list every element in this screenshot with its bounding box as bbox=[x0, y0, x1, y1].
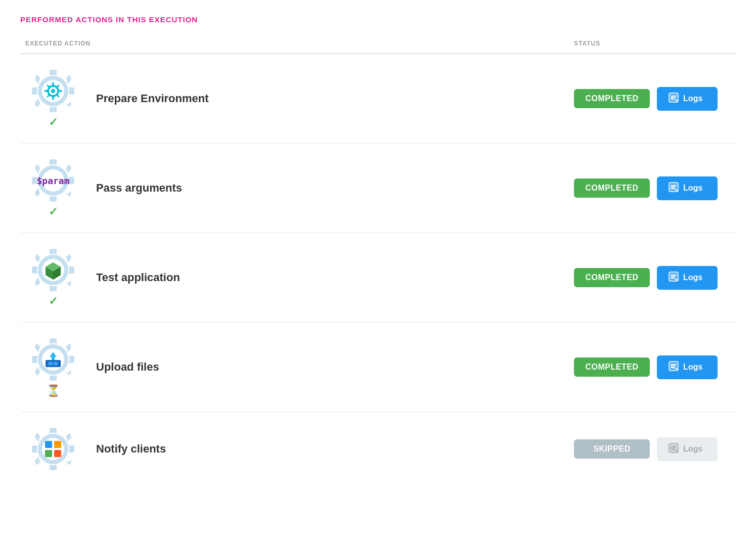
status-col-prepare-environment: COMPLETED Logs bbox=[574, 87, 736, 111]
svg-point-4 bbox=[51, 89, 55, 93]
action-row-test-application: ✓ Test application COMPLETED Logs bbox=[20, 233, 736, 323]
logs-button-prepare-environment[interactable]: Logs bbox=[657, 87, 718, 111]
gear-icon-upload-files bbox=[30, 337, 76, 382]
status-badge-pass-arguments: COMPLETED bbox=[574, 178, 650, 198]
logs-icon-upload-files bbox=[668, 361, 679, 374]
status-col-upload-files: COMPLETED Logs bbox=[574, 355, 736, 379]
logs-button-test-application[interactable]: Logs bbox=[657, 266, 718, 290]
action-icon-col: ✓ bbox=[20, 247, 86, 308]
logs-label-upload-files: Logs bbox=[683, 363, 702, 372]
logs-button-upload-files[interactable]: Logs bbox=[657, 355, 718, 379]
action-name-prepare-environment: Prepare Environment bbox=[86, 92, 574, 105]
action-name-test-application: Test application bbox=[86, 271, 574, 284]
action-row-upload-files: ⏳ Upload files COMPLETED Logs bbox=[20, 323, 736, 412]
action-icon-col: ✓ bbox=[20, 68, 86, 129]
checkmark-icon: ✓ bbox=[49, 205, 58, 218]
logs-icon-notify-clients bbox=[668, 442, 679, 456]
status-badge-prepare-environment: COMPLETED bbox=[574, 89, 650, 108]
column-header-status: STATUS bbox=[574, 40, 736, 47]
inner-icon-prepare-environment bbox=[38, 76, 68, 106]
svg-marker-24 bbox=[50, 352, 57, 360]
logs-label-prepare-environment: Logs bbox=[683, 94, 702, 103]
logs-button-pass-arguments[interactable]: Logs bbox=[657, 176, 718, 200]
action-name-pass-arguments: Pass arguments bbox=[86, 182, 574, 195]
status-col-test-application: COMPLETED Logs bbox=[574, 266, 736, 290]
svg-rect-31 bbox=[45, 450, 52, 457]
inner-icon-upload-files bbox=[38, 344, 68, 375]
checkmark-icon: ✓ bbox=[49, 295, 58, 308]
inner-icon-pass-arguments: $param bbox=[38, 165, 68, 196]
action-icon-col: ⏳ bbox=[20, 337, 86, 397]
actions-list: ✓ Prepare Environment COMPLETED Logs bbox=[20, 54, 736, 486]
svg-rect-30 bbox=[54, 441, 61, 448]
action-icon-col bbox=[20, 426, 86, 472]
status-badge-test-application: COMPLETED bbox=[574, 268, 650, 287]
inner-icon-notify-clients bbox=[38, 434, 68, 464]
inner-icon-test-application bbox=[38, 255, 68, 285]
action-name-upload-files: Upload files bbox=[86, 361, 574, 374]
svg-rect-32 bbox=[54, 450, 61, 457]
svg-rect-29 bbox=[45, 441, 52, 448]
hourglass-icon: ⏳ bbox=[47, 384, 60, 397]
gear-icon-pass-arguments: $param bbox=[30, 158, 76, 203]
logs-icon-pass-arguments bbox=[668, 182, 679, 195]
action-icon-col: $param ✓ bbox=[20, 158, 86, 218]
action-row-pass-arguments: $param ✓ Pass arguments COMPLETED Logs bbox=[20, 144, 736, 233]
status-col-notify-clients: SKIPPED Logs bbox=[574, 437, 736, 461]
logs-label-test-application: Logs bbox=[683, 273, 702, 282]
section-title: PERFORMED ACTIONS IN THIS EXECUTION bbox=[20, 15, 736, 24]
svg-rect-22 bbox=[49, 362, 53, 365]
action-row-prepare-environment: ✓ Prepare Environment COMPLETED Logs bbox=[20, 54, 736, 144]
logs-label-pass-arguments: Logs bbox=[683, 184, 702, 193]
action-name-notify-clients: Notify clients bbox=[86, 442, 574, 456]
logs-icon-prepare-environment bbox=[668, 92, 679, 106]
checkmark-icon: ✓ bbox=[49, 116, 58, 129]
column-header-action: EXECUTED ACTION bbox=[20, 40, 574, 47]
logs-icon-test-application bbox=[668, 271, 679, 285]
gear-icon-prepare-environment bbox=[30, 68, 76, 114]
logs-button-notify-clients[interactable]: Logs bbox=[657, 437, 718, 461]
status-badge-upload-files: COMPLETED bbox=[574, 357, 650, 377]
svg-rect-23 bbox=[54, 362, 58, 365]
logs-label-notify-clients: Logs bbox=[683, 444, 702, 454]
status-col-pass-arguments: COMPLETED Logs bbox=[574, 176, 736, 200]
action-row-notify-clients: Notify clients SKIPPED Logs bbox=[20, 412, 736, 486]
gear-icon-test-application bbox=[30, 247, 76, 293]
gear-icon-notify-clients bbox=[30, 426, 76, 472]
status-badge-notify-clients: SKIPPED bbox=[574, 439, 650, 459]
